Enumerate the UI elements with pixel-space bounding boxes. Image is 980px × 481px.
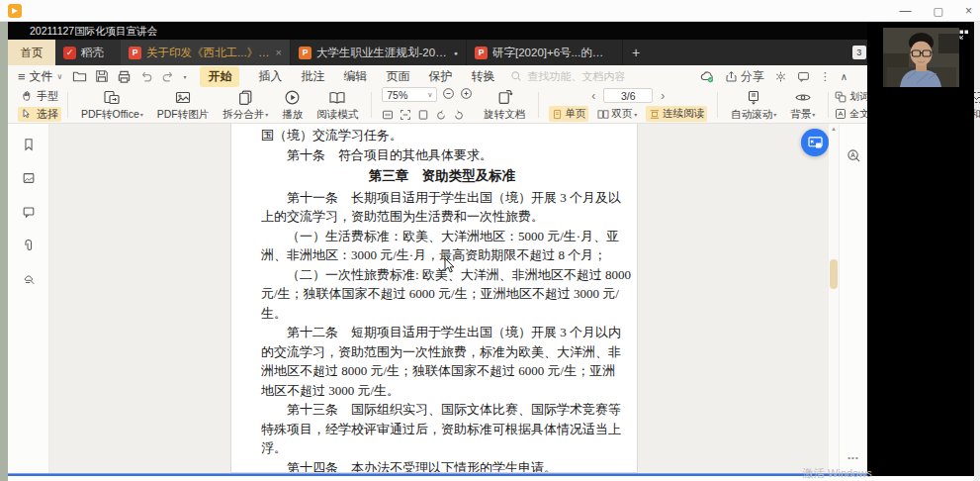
menu-bar: ≡ 文件 ∨ ▾ 开始 插入 批注 编辑 页面 保护 转换 bbox=[8, 65, 974, 87]
print-button[interactable] bbox=[117, 69, 132, 84]
tab-docer-label: 稻壳 bbox=[81, 46, 104, 60]
zoom-level-select[interactable]: 75% ∨ bbox=[382, 87, 437, 102]
collapse-toolbar-icon[interactable]: ∧ bbox=[841, 71, 847, 82]
rotate-right-button[interactable] bbox=[453, 107, 465, 125]
new-tab-button[interactable]: + bbox=[623, 40, 649, 65]
tab-document-2-label: 大学生职业生涯规划-2021春季学期 bbox=[316, 46, 449, 60]
right-collapsed-panel: ••• bbox=[839, 124, 867, 473]
panel-more-icon[interactable]: ••• bbox=[840, 453, 867, 462]
cloud-sync-icon[interactable] bbox=[699, 69, 715, 83]
more-options-icon[interactable]: ⋮ bbox=[820, 70, 831, 83]
wps-pdf-window: 20211127国际化项目宣讲会 首页 ✓ 稻壳 P 关于印发《西北工...》的… bbox=[8, 22, 974, 476]
select-tool-button[interactable]: 选择 bbox=[18, 107, 61, 122]
full-translate-icon bbox=[835, 108, 846, 120]
chevron-down-icon: ∨ bbox=[57, 72, 63, 81]
read-mode-button[interactable]: 阅读模式 bbox=[310, 89, 365, 122]
rotate-document-button[interactable]: 旋转文档 bbox=[477, 89, 532, 122]
webcam-overlay[interactable] bbox=[867, 22, 974, 476]
doc-line: 地区不超过 3000 元/生。 bbox=[261, 381, 623, 401]
menu-item-convert[interactable]: 转换 bbox=[471, 68, 494, 85]
actual-size-button[interactable] bbox=[382, 107, 394, 125]
tab-document-2[interactable]: P 大学生职业生涯规划-2021春季学期 ● bbox=[291, 40, 467, 65]
zoom-out-button[interactable] bbox=[442, 86, 455, 104]
comments-panel-button[interactable] bbox=[22, 205, 36, 223]
host-minimize-button[interactable]: — bbox=[900, 4, 912, 18]
host-maximize-button[interactable]: ▢ bbox=[934, 5, 943, 18]
feedback-icon[interactable] bbox=[797, 70, 810, 83]
search-input[interactable]: 查找功能、文档内容 bbox=[510, 69, 625, 84]
tab-docer[interactable]: ✓ 稻壳 bbox=[55, 40, 121, 65]
doc-line: 洲、非洲地区：3000 元/生·月，最高资助期限不超过 8 个月； bbox=[261, 245, 623, 265]
left-panel-bar bbox=[8, 124, 49, 473]
tab-home[interactable]: 首页 bbox=[8, 40, 55, 65]
scroll-up-icon[interactable]: ▲ bbox=[829, 126, 839, 132]
eye-icon bbox=[794, 89, 812, 106]
document-workarea: 国（境）交流学习任务。 第十条 符合项目的其他具体要求。 第三章 资助类型及标准… bbox=[8, 124, 974, 473]
tab-document-3-label: 研字[2020]+6号...的通知(签章).pdf bbox=[492, 46, 614, 60]
find-in-document-button[interactable] bbox=[846, 148, 861, 167]
menu-item-page[interactable]: 页面 bbox=[386, 68, 409, 85]
chevron-down-icon: ∨ bbox=[427, 91, 432, 99]
mobile-view-float-button[interactable] bbox=[801, 129, 829, 156]
vertical-scrollbar[interactable]: ▲ bbox=[829, 124, 839, 473]
doc-line: 上的交流学习，资助范围为生活费和一次性旅费。 bbox=[261, 207, 623, 227]
redo-button[interactable] bbox=[161, 69, 175, 83]
play-button[interactable]: 播放 bbox=[275, 89, 310, 122]
share-button[interactable]: 分享 bbox=[725, 68, 764, 85]
ppt-file-icon: P bbox=[299, 47, 312, 59]
doc-line: 第十三条 国际组织实习、国际文体比赛、国际学术竞赛等 bbox=[261, 400, 623, 420]
thumbnails-panel-button[interactable] bbox=[22, 171, 36, 189]
tab-close-icon[interactable]: × bbox=[276, 47, 282, 58]
zoom-in-button[interactable] bbox=[460, 86, 473, 104]
search-icon bbox=[510, 70, 522, 82]
next-page-button[interactable]: › bbox=[661, 89, 665, 103]
doc-line: 第十四条 本办法不受理以下情形的学生申请。 bbox=[261, 458, 623, 474]
menu-item-edit[interactable]: 编辑 bbox=[343, 68, 367, 85]
menu-item-insert[interactable]: 插入 bbox=[258, 68, 282, 85]
menu-item-comment[interactable]: 批注 bbox=[301, 68, 324, 85]
settings-gear-icon[interactable] bbox=[774, 70, 787, 83]
media-player-app-icon bbox=[8, 4, 22, 18]
host-close-button[interactable]: × bbox=[965, 4, 972, 18]
attachments-panel-button[interactable] bbox=[22, 239, 36, 256]
background-button[interactable]: 背景▾ bbox=[783, 89, 822, 122]
pdf-file-icon: P bbox=[129, 47, 141, 59]
pdf-page[interactable]: 国（境）交流学习任务。 第十条 符合项目的其他具体要求。 第三章 资助类型及标准… bbox=[230, 124, 638, 473]
split-merge-button[interactable]: 拆分合并▾ bbox=[216, 89, 275, 122]
book-icon bbox=[328, 89, 346, 106]
file-menu[interactable]: ≡ 文件 ∨ bbox=[18, 68, 62, 85]
menu-item-protect[interactable]: 保护 bbox=[428, 68, 452, 85]
pdf-to-office-button[interactable]: PDF转Office▾ bbox=[74, 89, 150, 122]
undo-button[interactable] bbox=[139, 69, 153, 83]
unsaved-dot-icon: ● bbox=[454, 49, 458, 56]
page-indicator-input[interactable]: 3/6 bbox=[603, 88, 653, 103]
previous-page-button[interactable]: ‹ bbox=[591, 89, 595, 103]
webcam-expand-icon[interactable] bbox=[959, 26, 969, 44]
toolbar-options-caret-icon[interactable]: ▾ bbox=[183, 73, 186, 80]
fit-width-button[interactable] bbox=[400, 107, 411, 125]
rotate-left-button[interactable] bbox=[435, 107, 447, 125]
single-page-icon bbox=[552, 109, 563, 120]
tab-list-badge[interactable]: 3 bbox=[852, 46, 866, 59]
host-title-bar: — ▢ × bbox=[0, 0, 980, 22]
double-page-button[interactable]: 双页 ▾ bbox=[594, 106, 640, 122]
auto-scroll-button[interactable]: 自动滚动▾ bbox=[724, 89, 783, 122]
open-file-button[interactable] bbox=[72, 69, 87, 84]
hand-tool-button[interactable]: 手型 bbox=[18, 89, 61, 104]
single-page-button[interactable]: 单页 bbox=[549, 106, 588, 122]
signature-panel-button[interactable] bbox=[22, 272, 36, 290]
scrollbar-thumb[interactable] bbox=[830, 259, 838, 289]
menu-item-home[interactable]: 开始 bbox=[200, 66, 239, 87]
fit-page-button[interactable] bbox=[417, 107, 429, 125]
activate-windows-watermark: 激活 Windows bbox=[803, 466, 872, 481]
doc-line: 第十一条 长期项目适用于学生出国（境）开展 3 个月及以 bbox=[261, 188, 623, 208]
save-button[interactable] bbox=[95, 69, 109, 83]
bookmarks-panel-button[interactable] bbox=[22, 138, 36, 155]
continuous-read-button[interactable]: 连续阅读 bbox=[646, 106, 707, 122]
tab-document-1[interactable]: P 关于印发《西北工...》的通知.pdf × bbox=[121, 40, 291, 65]
picture-in-picture-icon bbox=[808, 137, 823, 149]
pdf-page-text: 国（境）交流学习任务。 第十条 符合项目的其他具体要求。 第三章 资助类型及标准… bbox=[231, 124, 637, 473]
pdf-to-image-button[interactable]: PDF转图片 bbox=[150, 89, 217, 122]
caret-icon: ▾ bbox=[140, 111, 143, 118]
tab-document-3[interactable]: P 研字[2020]+6号...的通知(签章).pdf bbox=[467, 40, 623, 65]
